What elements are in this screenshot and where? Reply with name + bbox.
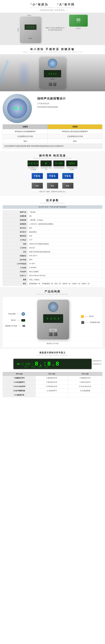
tech-value-4: ppm: [28, 226, 102, 230]
simple-device-photo: 8.8.8.8 hdar: [39, 57, 66, 89]
full-row: 开机后报警声光和振动将同时报警 同时检测到高低报警值优先执行高报警动作: [3, 144, 102, 148]
row1-col2: 蜂鸣器发出更加低低高高频繁警声: [48, 129, 102, 134]
tech-label-2: 检测范围: [3, 218, 28, 222]
tech-value-16: 92mm×58mm×28.5mm: [28, 274, 102, 278]
tech-value-15: ABS工程塑料: [28, 270, 102, 274]
tech-value-9: 250小时: [28, 246, 102, 250]
tech-label-13: 工作环境温度: [3, 262, 28, 266]
tech-label-6: 警报类型: [3, 234, 28, 238]
tech-label-15: 外壳材料: [3, 270, 28, 274]
tech-label-0: 检测气体: [3, 210, 28, 214]
low-alert-header: 低警报: [3, 124, 48, 129]
tech-value-2: 一般范围：0-25ppm: [28, 218, 102, 222]
tech-row: 工作电压 3.7V: [3, 238, 102, 242]
tech-row: 检测气体 一氧化碳: [3, 210, 102, 214]
lcd-symbol-title-en: LCD screen logo symbol meaning: [3, 354, 102, 356]
big-device-screen: 8.8.8.8: [43, 314, 63, 323]
bank-card-sketch: 银行卡: [69, 15, 88, 27]
op-panel-3: 0 100 高低警报检测设置: [53, 160, 65, 170]
sym-row5-col2: [36, 393, 68, 397]
confirm-text: 按照方式一键锁，使用简单让您放心全心: [3, 190, 102, 194]
acoustic-subtitle: 让气体浓度达到 高低报警值时能够迅速提醒: [37, 102, 102, 109]
sdp-logo: hdar: [51, 78, 54, 80]
s-indicator: S: [21, 363, 24, 365]
tech-label-18: 配件: [3, 282, 28, 286]
sdp-btn-1: [49, 82, 52, 86]
ann-power-line: [85, 322, 89, 322]
battery-tip: [20, 364, 20, 364]
op-display-2: 0: [40, 160, 52, 166]
row3-col1: 振动: [3, 139, 48, 144]
high-alert-header: 高警报: [48, 124, 102, 129]
sym-row4-col1: 10 起气报警功能: [3, 389, 36, 393]
symbol-table: 序号+名称 序号+名称 序号+名称 1 电量显示符号 2 数据序转符号 3 报警…: [3, 372, 102, 397]
sdp-buttons: [49, 82, 56, 86]
alarm-indicator: ALARM: [25, 363, 30, 365]
yes-display-2: YES: [47, 173, 58, 179]
no-display-3: no: [62, 183, 73, 189]
tech-label-17: 重量: [3, 278, 28, 282]
dimension-lines: 和银行卡对比比超薄根差无几 轻巧便携 视觉满足感: [45, 15, 65, 43]
sdp-btn-2: [53, 82, 56, 86]
battery-area: [17, 363, 20, 364]
structure-title: 产品结构图: [3, 290, 102, 293]
al-l-label: AL-L: [24, 366, 29, 368]
ann-light-text: 警示灯: [89, 315, 94, 318]
sym-row2-col1: 4 USB连接符号: [3, 380, 36, 384]
sym-row1-col2: 2 数据序转符号: [36, 376, 68, 380]
top-slogan-section: "小"有所为 "大"有不同 A LITTLE ACTION MAKES A BI…: [0, 0, 105, 13]
ann-sensor-line: [17, 314, 21, 314]
symbol-row: 7 %VOL单位符号 8 PPM单位符号 9 %LEL单位符号: [3, 384, 102, 389]
device-sketch: 8.8.8.8: [20, 16, 41, 43]
ann-display-icon: 8.8: [21, 319, 25, 322]
card-size-label: 28.5mm: [76, 28, 81, 29]
ann-usb-text: 数据接口/开关键: [5, 325, 17, 327]
yes-display-1: YES: [32, 173, 43, 179]
device-with-dims: 58mm 92mm 8.8.8.8: [17, 15, 41, 43]
structure-title-en: PRODUCT STRUCTURE DRAWING: [3, 294, 102, 295]
table-row: 蜂鸣器发出高高频频繁警声 蜂鸣器发出更加低低高高频繁警声: [3, 129, 102, 134]
yn-group-3: YES: [62, 173, 73, 179]
big-structure-device: 8.8.8.8 hdar: [37, 300, 69, 340]
operation-title-en: THE OPERATION IS SIMPLE AND QUICK: [3, 158, 102, 159]
row1-col1: 蜂鸣器发出高高频频繁警声: [3, 129, 48, 134]
callout-high-temp: 高温报警指示灯: [92, 360, 102, 362]
comparison-images: 58mm 92mm 8.8.8.8 和银行卡对比比超薄根差无几 轻巧便携 视觉满…: [0, 13, 105, 45]
tech-row: 工作时间 250小时: [3, 246, 102, 250]
lcd-symbol-title: 液晶显示屏标识符号意义: [3, 351, 102, 354]
tech-row: 显示技术 液晶屏显示: [3, 230, 102, 234]
op-panel-4: 0050 可根据实际情况显示调整: [66, 160, 77, 170]
no-row: no no no: [3, 181, 102, 190]
yn-group-2: YES: [47, 173, 58, 179]
op-panel-2: 0 有充裕检测正常检测: [40, 160, 52, 170]
lcd-demo-wrapper: S ALARM ← 8.:8.8 AL-L AL-H ZERO CAL 高温报警…: [3, 359, 102, 369]
yn-group-no-2: no: [47, 183, 58, 189]
ann-light-icon: [81, 315, 84, 318]
operation-section: 操作简单 响应迅速 THE OPERATION IS SIMPLE AND QU…: [0, 151, 105, 196]
acoustic-device-circle: 18.5: [3, 94, 32, 123]
tech-row: 重量 150g（含电池）: [3, 278, 102, 282]
tech-label-14: 工作湿度: [3, 266, 28, 270]
yes-display-3: YES: [62, 173, 73, 179]
tech-label-1: 检测数量: [3, 214, 28, 218]
yn-group-1: YES: [32, 173, 43, 179]
tech-value-12: IP65: [28, 258, 102, 262]
op-label-4: 可根据实际情况显示调整: [66, 167, 77, 170]
tech-row: 防爆级别 ExIV 2B T3: [3, 254, 102, 258]
sym-row5-col1: 13 点数显示单: [3, 393, 36, 397]
feature-tagline: 体小质轻 手感舒适 按键灵敏 SMALL LIGHT HAND FEEL COM…: [0, 45, 105, 54]
tech-row: 工作环境温度 10~40°C: [3, 262, 102, 266]
dim-width-label: 58mm: [27, 15, 31, 16]
lcd-demo-display: S ALARM ← 8.:8.8 AL-L AL-H ZERO CAL: [13, 359, 92, 369]
tech-row: 检测精度 < ±5%(F.S)（检测具体情况调整值）: [3, 222, 102, 226]
acoustic-text: 独特声光振报警设计 让气体浓度达到 高低报警值时能够迅速提醒: [37, 94, 102, 109]
tech-value-13: 10~40°C: [28, 262, 102, 266]
tech-label-12: 防护等级: [3, 258, 28, 262]
compare-text: 和银行卡对比比超薄根差无几 轻巧便携 视觉满足感: [45, 27, 65, 31]
sym-header-2: 序号+名称: [36, 372, 68, 376]
device-sketch-wrapper: 92mm 8.8.8.8: [17, 16, 41, 43]
alert-table: 低警报 高警报 蜂鸣器发出高高频频繁警声 蜂鸣器发出更加低低高高频繁警声 红蓝报…: [3, 124, 102, 148]
row3-col2: 振动: [48, 139, 102, 144]
table-row: 红蓝报警指示灯闪烁 红蓝报警指示灯闪烁: [3, 134, 102, 139]
symbol-table-header: 序号+名称 序号+名称 序号+名称: [3, 372, 102, 376]
